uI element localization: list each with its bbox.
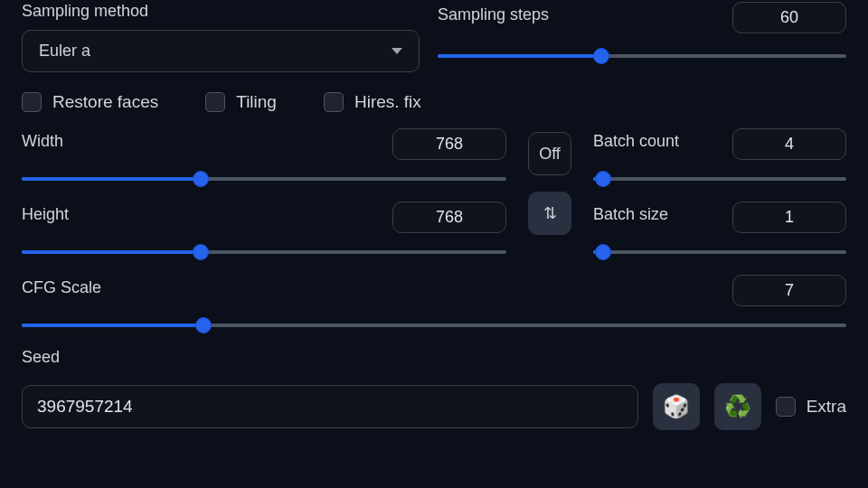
cfg-scale-label: CFG Scale <box>22 278 101 297</box>
sampling-steps-label: Sampling steps <box>438 5 549 24</box>
seed-input[interactable]: 3967957214 <box>22 385 638 428</box>
sampling-steps-slider[interactable] <box>438 50 846 62</box>
recycle-icon: ♻️ <box>724 394 751 419</box>
cfg-scale-slider[interactable] <box>22 319 846 332</box>
extra-checkbox[interactable]: Extra <box>776 397 846 417</box>
batch-size-value[interactable]: 1 <box>732 202 846 233</box>
extra-label: Extra <box>807 397 846 417</box>
checkbox-box <box>324 92 344 112</box>
checkbox-box <box>22 92 42 112</box>
width-value[interactable]: 768 <box>392 128 506 160</box>
off-button[interactable]: Off <box>528 132 571 175</box>
width-slider[interactable] <box>22 173 506 185</box>
tiling-checkbox[interactable]: Tiling <box>205 92 277 112</box>
height-slider[interactable] <box>22 246 506 258</box>
hires-fix-checkbox[interactable]: Hires. fix <box>324 92 421 112</box>
batch-size-slider[interactable] <box>593 246 846 258</box>
seed-label: Seed <box>22 348 846 367</box>
sampling-method-select[interactable]: Euler a <box>22 30 420 72</box>
dice-icon: 🎲 <box>663 394 690 419</box>
restore-faces-label: Restore faces <box>52 92 158 112</box>
reuse-seed-button[interactable]: ♻️ <box>714 383 761 430</box>
hires-fix-label: Hires. fix <box>354 92 421 112</box>
checkbox-box <box>776 397 796 417</box>
cfg-scale-value[interactable]: 7 <box>732 275 846 306</box>
sampling-steps-value[interactable]: 60 <box>732 2 846 33</box>
chevron-down-icon <box>392 48 402 54</box>
batch-size-label: Batch size <box>593 205 668 224</box>
batch-count-label: Batch count <box>593 132 679 151</box>
restore-faces-checkbox[interactable]: Restore faces <box>22 92 158 112</box>
tiling-label: Tiling <box>236 92 277 112</box>
checkbox-box <box>205 92 225 112</box>
sampling-method-value: Euler a <box>39 42 90 61</box>
width-label: Width <box>22 132 63 151</box>
batch-count-value[interactable]: 4 <box>732 128 846 160</box>
swap-dims-button[interactable]: ⇅ <box>528 192 571 235</box>
batch-count-slider[interactable] <box>593 173 846 185</box>
height-value[interactable]: 768 <box>392 202 506 233</box>
sampling-method-label: Sampling method <box>22 2 429 21</box>
height-label: Height <box>22 205 69 224</box>
swap-icon: ⇅ <box>543 203 557 223</box>
random-seed-button[interactable]: 🎲 <box>653 383 700 430</box>
